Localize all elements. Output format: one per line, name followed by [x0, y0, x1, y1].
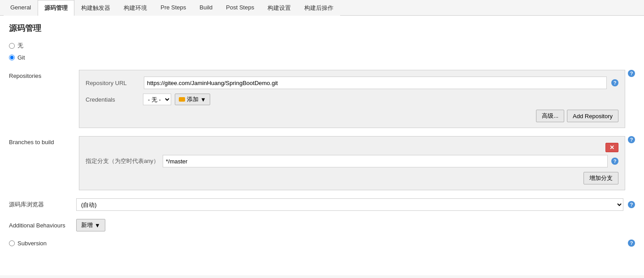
repo-url-label: Repository URL	[86, 80, 139, 86]
svn-help-icon[interactable]: ?	[628, 240, 635, 247]
repositories-help-icon[interactable]: ?	[628, 70, 635, 77]
radio-none-label: 无	[17, 42, 23, 50]
tab-build-settings[interactable]: 构建设置	[261, 0, 298, 16]
add-credential-button[interactable]: 添加 ▼	[175, 94, 210, 105]
behaviours-label: Additional Behaviours	[9, 222, 72, 229]
credentials-select[interactable]: - 无 -	[143, 94, 171, 105]
radio-svn[interactable]: Subversion	[9, 240, 47, 247]
radio-none-input[interactable]	[9, 43, 15, 49]
radio-git-input[interactable]	[9, 55, 15, 60]
new-behaviour-arrow: ▼	[95, 222, 100, 229]
tab-bar: General 源码管理 构建触发器 构建环境 Pre Steps Build …	[0, 0, 644, 16]
subversion-row: Subversion ?	[9, 240, 635, 250]
branch-input[interactable]	[163, 155, 608, 167]
radio-svn-input[interactable]	[9, 240, 15, 246]
add-credential-label: 添加	[187, 95, 199, 103]
add-dropdown-arrow: ▼	[200, 96, 206, 103]
new-behaviour-label: 新增	[81, 221, 93, 229]
tab-build-env[interactable]: 构建环境	[117, 0, 154, 16]
repositories-label: Repositories	[9, 70, 72, 128]
source-browser-label: 源码库浏览器	[9, 201, 72, 209]
branches-content: ✕ 指定分支（为空时代表any） ? 增加分支	[79, 136, 625, 190]
tab-build[interactable]: Build	[193, 0, 219, 16]
repo-url-help-icon[interactable]: ?	[611, 79, 618, 86]
branches-label: Branches to build	[9, 136, 72, 190]
tab-general[interactable]: General	[4, 0, 38, 16]
repo-url-input[interactable]	[144, 77, 607, 89]
new-behaviour-button[interactable]: 新增 ▼	[76, 219, 105, 231]
source-browser-help-icon[interactable]: ?	[628, 201, 635, 208]
behaviours-row: Additional Behaviours 新增 ▼	[9, 219, 635, 231]
source-browser-row: 源码库浏览器 (自动) ?	[9, 198, 635, 211]
source-browser-select[interactable]: (自动)	[76, 198, 623, 211]
tab-source-management[interactable]: 源码管理	[38, 0, 74, 16]
add-branch-button[interactable]: 增加分支	[583, 172, 618, 184]
repositories-section: Repositories Repository URL ? Credential…	[9, 70, 635, 128]
branch-specify-label: 指定分支（为空时代表any）	[86, 157, 159, 165]
radio-git-label: Git	[17, 54, 25, 61]
tab-post-build[interactable]: 构建后操作	[298, 0, 340, 16]
advanced-button[interactable]: 高级...	[536, 110, 564, 122]
credentials-row: Credentials - 无 - 添加 ▼	[86, 94, 618, 105]
tab-pre-steps[interactable]: Pre Steps	[154, 0, 193, 16]
repositories-content: Repository URL ? Credentials - 无 - 添加 ▼	[79, 70, 625, 128]
branches-help-icon[interactable]: ?	[628, 136, 635, 143]
key-icon	[179, 97, 185, 102]
repo-action-buttons: 高级... Add Repository	[86, 110, 618, 122]
radio-git[interactable]: Git	[9, 54, 635, 61]
tab-build-trigger[interactable]: 构建触发器	[74, 0, 117, 16]
credentials-label: Credentials	[86, 96, 139, 103]
page-content: 源码管理 无 Git Repositories Repository URL ?	[0, 16, 644, 275]
remove-branch-button[interactable]: ✕	[605, 143, 618, 152]
repo-url-row: Repository URL ?	[86, 77, 618, 89]
page-title: 源码管理	[9, 23, 635, 34]
scm-radio-group: 无 Git	[9, 42, 635, 61]
branch-action-buttons: 增加分支	[86, 172, 618, 184]
branch-help-icon[interactable]: ?	[611, 158, 618, 165]
branches-section: Branches to build ✕ 指定分支（为空时代表any） ? 增加分…	[9, 136, 635, 190]
radio-svn-label: Subversion	[17, 240, 47, 247]
radio-none[interactable]: 无	[9, 42, 635, 50]
tab-post-steps[interactable]: Post Steps	[219, 0, 261, 16]
add-repository-button[interactable]: Add Repository	[567, 110, 618, 122]
branch-row: 指定分支（为空时代表any） ?	[86, 155, 618, 167]
